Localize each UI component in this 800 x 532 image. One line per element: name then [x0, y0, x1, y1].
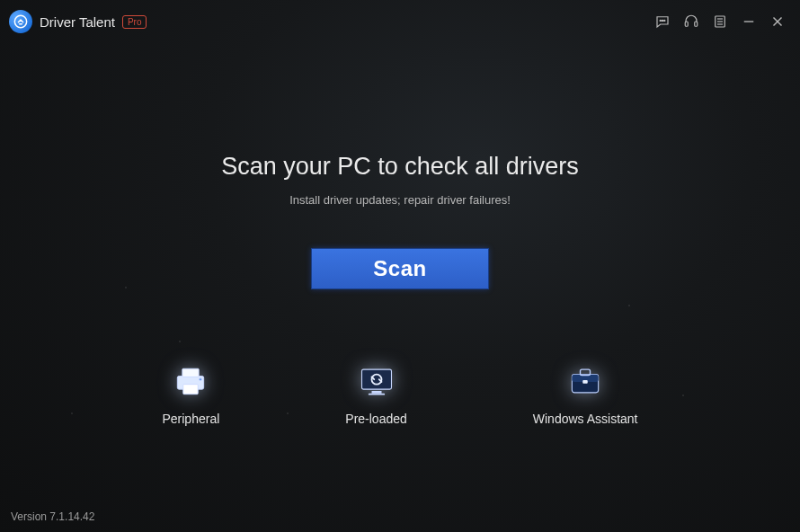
tile-peripheral[interactable]: Peripheral	[162, 361, 219, 426]
svg-rect-14	[182, 368, 199, 377]
feedback-icon[interactable]	[654, 13, 671, 30]
support-icon[interactable]	[683, 13, 699, 30]
printer-icon	[171, 361, 210, 401]
titlebar: Driver Talent Pro	[0, 0, 800, 36]
app-title: Driver Talent	[40, 14, 115, 30]
scan-button[interactable]: Scan	[311, 248, 489, 289]
headline: Scan your PC to check all drivers	[221, 153, 579, 181]
app-logo-icon	[9, 10, 32, 33]
svg-rect-18	[371, 391, 381, 394]
subline: Install driver updates; repair driver fa…	[289, 193, 511, 207]
tile-preloaded[interactable]: Pre-loaded	[345, 361, 407, 426]
tile-windows-assistant-label: Windows Assistant	[533, 412, 638, 426]
preloaded-icon	[357, 361, 396, 401]
briefcase-icon	[565, 361, 605, 401]
svg-rect-24	[582, 380, 588, 384]
svg-rect-19	[368, 394, 384, 395]
svg-rect-4	[685, 22, 688, 26]
svg-point-3	[664, 20, 665, 21]
tile-windows-assistant[interactable]: Windows Assistant	[533, 361, 638, 426]
svg-point-16	[200, 378, 202, 381]
svg-rect-17	[361, 369, 391, 389]
feature-tiles: Peripheral Pre-loaded	[162, 361, 637, 426]
tile-preloaded-label: Pre-loaded	[345, 412, 407, 426]
close-icon[interactable]	[769, 13, 786, 30]
window-controls	[654, 13, 786, 30]
menu-icon[interactable]	[712, 13, 728, 30]
svg-rect-5	[695, 22, 698, 26]
svg-point-1	[660, 20, 661, 21]
minimize-icon[interactable]	[741, 13, 757, 30]
version-label: Version 7.1.14.42	[11, 510, 94, 523]
svg-point-2	[662, 20, 662, 21]
svg-point-0	[14, 15, 26, 27]
svg-rect-15	[183, 385, 199, 395]
title-left-group: Driver Talent Pro	[9, 10, 147, 33]
main-area: Scan your PC to check all drivers Instal…	[0, 36, 800, 426]
pro-badge: Pro	[122, 15, 147, 29]
tile-peripheral-label: Peripheral	[162, 412, 219, 426]
